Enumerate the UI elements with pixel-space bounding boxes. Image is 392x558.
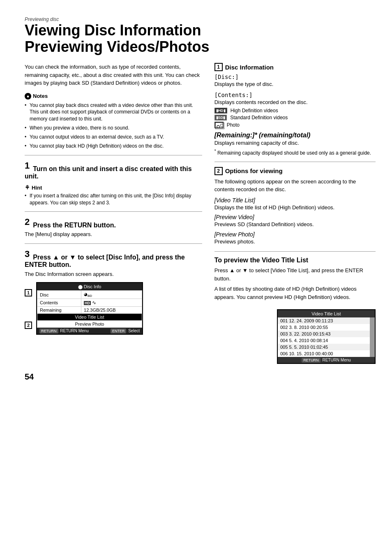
- contents-desc: Displays contents recorded on the disc.: [214, 98, 376, 107]
- divider: [214, 251, 376, 252]
- vtl-row: 003 3. 22. 2010 00:15:43: [278, 331, 375, 337]
- option-pv-desc: Previews SD (Standard Definition) videos…: [214, 220, 376, 229]
- screen-mockup-container: 1 2 ⬤ Disc Info Disc ◕: [25, 282, 202, 336]
- disc-type-list: ▮HD▮ High Definition videos ▮SD▮ Standar…: [214, 108, 376, 128]
- page-tag: Previewing disc: [25, 16, 376, 22]
- to-preview-body2: A list of titles by shooting date of HD …: [214, 285, 376, 301]
- label-box-1: 1: [25, 289, 32, 296]
- note-item: You cannot output videos to an external …: [25, 134, 202, 141]
- step-title-1: Turn on this unit and insert a disc crea…: [25, 165, 192, 180]
- return-btn-label: RETURN: [39, 329, 58, 333]
- divider: [25, 243, 202, 244]
- to-preview-title: To preview the Video Title List: [214, 257, 376, 264]
- remaining-section: [Remaining:]* (remaining/total) Displays…: [214, 132, 376, 156]
- vtl-row: 006 10. 15. 2010 00:40:00: [278, 350, 375, 357]
- page: Previewing disc Viewing Disc Information…: [25, 16, 376, 382]
- vtl-row: 002 3. 8. 2010 00:20:55: [278, 324, 375, 331]
- options-intro: The following options appear on the scre…: [214, 178, 376, 194]
- screen-row: Preview Photo: [37, 321, 142, 328]
- screen-table: Disc ◕BD Contents HD ∿: [37, 290, 142, 328]
- hint-title: ⚘ Hint: [25, 184, 202, 191]
- option-vtl-label: [Video Title List]: [214, 197, 376, 204]
- option-pp-desc: Previews photos.: [214, 238, 376, 246]
- screen-mockup: ⬤ Disc Info Disc ◕BD Contents: [36, 282, 143, 335]
- footer-left: RETURN RETURN Menu: [39, 329, 89, 333]
- contents-label: [Contents:]: [214, 92, 376, 98]
- screen-cell: Contents: [37, 299, 81, 307]
- step-title-3: Press ▲ or ▼ to select [Disc Info], and …: [25, 254, 185, 268]
- step-number-2: 2: [25, 217, 30, 227]
- return-btn-label-vtl: RETURN: [302, 358, 321, 363]
- screen-row: Remaining 12.3GB/25.0GB: [37, 307, 142, 314]
- disc-type-hd: ▮HD▮ High Definition videos: [214, 108, 376, 113]
- vtl-table: 001 12. 24. 2009 00:11:23 002 3. 8. 2010…: [278, 317, 375, 357]
- step-2: 2 Press the RETURN button. The [Menu] di…: [25, 217, 202, 238]
- vtl-cell: 005 5. 5. 2010 01:02:45: [278, 344, 370, 350]
- disc-desc: Displays the type of disc.: [214, 80, 376, 88]
- note-item: When you preview a video, there is no so…: [25, 125, 202, 132]
- screen-cell: ◕BD: [81, 291, 142, 299]
- notes-list: You cannot play back discs created with …: [25, 102, 202, 150]
- screen-cell: 12.3GB/25.0GB: [81, 307, 142, 314]
- svg-marker-2: [221, 124, 223, 127]
- label-box-2: 2: [25, 322, 32, 329]
- vtl-table-wrapper: 001 12. 24. 2009 00:11:23 002 3. 8. 2010…: [278, 317, 375, 357]
- disc-type-photo: Photo: [214, 122, 376, 128]
- step-title-2: Press the RETURN button.: [33, 221, 116, 228]
- option-pp-label: [Preview Photo]: [214, 231, 376, 238]
- intro-text: You can check the information, such as t…: [25, 63, 202, 87]
- step-number-1: 1: [25, 160, 30, 171]
- option-pv-label: [Preview Video]: [214, 214, 376, 220]
- page-title: Viewing Disc Information Previewing Vide…: [25, 22, 376, 55]
- footer-right: ENTER Select: [111, 329, 140, 333]
- vtl-scrollbar: [370, 317, 375, 357]
- disc-label: [Disc:]: [214, 74, 376, 80]
- section-title-1: Disc Information: [225, 64, 274, 71]
- footnote: * Remaining capacity displayed should be…: [214, 149, 376, 156]
- svg-point-1: [217, 125, 219, 128]
- vtl-mockup: Video Title List 001 12. 24. 2009 00:11:…: [277, 309, 376, 364]
- contents-label-item: [Contents:] Displays contents recorded o…: [214, 92, 376, 129]
- section-title-2: Options for viewing: [225, 167, 283, 174]
- vtl-row: 004 5. 4. 2010 00:08:14: [278, 337, 375, 344]
- to-preview-body1: Press ▲ or ▼ to select [Video Title List…: [214, 266, 376, 282]
- hd-badge: ▮HD▮: [214, 108, 227, 113]
- section-num-box-2: 2: [214, 167, 223, 175]
- hint-icon: ⚘: [25, 184, 30, 191]
- hint-list: If you insert a finalized disc after tur…: [25, 192, 202, 206]
- label-2: 2: [25, 322, 32, 329]
- disc-info-section: 1 Disc Information [Disc:] Displays the …: [214, 63, 376, 156]
- note-item: You cannot play back HD (High Definition…: [25, 143, 202, 150]
- note-item: You cannot play back discs created with …: [25, 102, 202, 123]
- screen-row: Disc ◕BD: [37, 291, 142, 299]
- vtl-footer: RETURN RETURN Menu: [278, 357, 375, 363]
- to-preview-section: To preview the Video Title List Press ▲ …: [214, 257, 376, 364]
- screen-cell-highlight: Video Title List: [37, 314, 142, 321]
- right-column: 1 Disc Information [Disc:] Displays the …: [214, 63, 376, 364]
- vtl-cell: 004 5. 4. 2010 00:08:14: [278, 337, 370, 344]
- section-header-2: 2 Options for viewing: [214, 167, 376, 175]
- screen-footer: RETURN RETURN Menu ENTER Select: [37, 328, 142, 334]
- screen-cell: HD ∿: [81, 299, 142, 307]
- screen-cell: Preview Photo: [37, 321, 142, 328]
- option-vtl: [Video Title List] Displays the title li…: [214, 197, 376, 212]
- remaining-desc: Displays remaining capacity of disc.: [214, 139, 376, 147]
- options-viewing-section: 2 Options for viewing The following opti…: [214, 167, 376, 246]
- option-pv: [Preview Video] Previews SD (Standard De…: [214, 214, 376, 229]
- vtl-cell: 001 12. 24. 2009 00:11:23: [278, 317, 370, 324]
- divider: [25, 155, 202, 155]
- section-num-box-1: 1: [214, 63, 223, 71]
- disc-label-item: [Disc:] Displays the type of disc.: [214, 74, 376, 88]
- vtl-mockup-wrapper: Video Title List 001 12. 24. 2009 00:11:…: [214, 305, 376, 364]
- screen-row-highlight: Video Title List: [37, 314, 142, 321]
- option-pp: [Preview Photo] Previews photos.: [214, 231, 376, 246]
- vtl-cell: 006 10. 15. 2010 00:40:00: [278, 350, 370, 357]
- options-list: [Video Title List] Displays the title li…: [214, 197, 376, 246]
- step-3: 3 Press ▲ or ▼ to select [Disc Info], an…: [25, 249, 202, 278]
- screen-cell: Remaining: [37, 307, 81, 314]
- photo-icon: [214, 122, 224, 128]
- divider: [25, 211, 202, 212]
- screen-cell: Disc: [37, 291, 81, 299]
- enter-btn-label: ENTER: [111, 329, 127, 333]
- step-1: 1 Turn on this unit and insert a disc cr…: [25, 160, 202, 180]
